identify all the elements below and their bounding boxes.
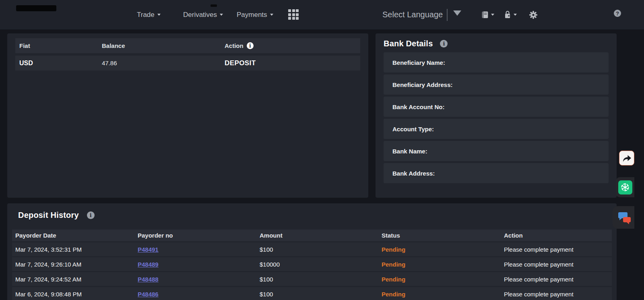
language-dropdown-icon[interactable] <box>453 10 461 16</box>
fiat-table-header: Fiat Balance Action i <box>15 38 360 53</box>
fiat-table: Fiat Balance Action i USD 47.86 DEPOSIT <box>15 38 360 70</box>
table-row: Mar 6, 2024, 9:08:48 PM P48486 $100 Pend… <box>12 287 612 300</box>
payorder-date: Mar 7, 2024, 3:52:31 PM <box>12 246 134 253</box>
lock-icon <box>503 10 512 20</box>
bank-field-account-type: Account Type: <box>384 119 609 139</box>
status-badge: Pending <box>378 276 501 283</box>
bank-field-bank-address: Bank Address: <box>384 163 609 183</box>
bank-details-panel: Bank Details i Beneficiary Name: Benefic… <box>376 33 617 198</box>
nav-payments[interactable]: Payments <box>237 0 273 29</box>
table-row: Mar 7, 2024, 3:52:31 PM P48491 $100 Pend… <box>12 242 612 256</box>
history-table-header: Payorder Date Payorder no Amount Status … <box>12 230 612 241</box>
col-amount: Amount <box>256 232 378 239</box>
gpt-extension-button[interactable] <box>616 177 634 197</box>
payorder-link[interactable]: P48489 <box>138 261 159 268</box>
bank-field-bank-name: Bank Name: <box>384 141 609 161</box>
deposit-history-table: Payorder Date Payorder no Amount Status … <box>12 230 612 300</box>
orders-menu[interactable] <box>481 0 494 29</box>
fiat-balance-value: 47.86 <box>102 60 117 66</box>
select-language-label: Select Language <box>382 10 443 19</box>
col-action: Action <box>501 232 612 239</box>
divider <box>447 9 448 21</box>
gpt-badge <box>618 180 632 194</box>
action-text: Please complete payment <box>501 276 612 283</box>
logo[interactable] <box>16 5 56 11</box>
chevron-down-icon <box>491 14 494 16</box>
action-text: Please complete payment <box>501 246 612 253</box>
nav-payments-label: Payments <box>237 11 267 19</box>
col-payorder-date: Payorder Date <box>12 232 134 239</box>
help-glyph: ? <box>616 10 619 17</box>
top-navbar: Trade Derivatives Payments Select Langua… <box>0 0 644 29</box>
deposit-history-panel: Deposit History i Payorder Date Payorder… <box>7 203 617 300</box>
chevron-down-icon <box>220 14 223 16</box>
col-balance: Balance <box>102 42 125 49</box>
bank-details-info-icon[interactable]: i <box>440 40 448 48</box>
payorder-link[interactable]: P48486 <box>138 291 159 298</box>
payorder-date: Mar 6, 2024, 9:08:48 PM <box>12 291 134 298</box>
chevron-down-icon <box>514 14 517 16</box>
amount: $100 <box>256 246 378 253</box>
payorder-link[interactable]: P48488 <box>138 276 159 283</box>
bank-details-title: Bank Details <box>384 39 433 48</box>
gear-icon <box>529 10 538 19</box>
action-info-icon[interactable]: i <box>247 42 254 49</box>
status-badge: Pending <box>378 246 501 253</box>
col-payorder-no: Payorder no <box>134 232 256 239</box>
settings-menu[interactable] <box>529 0 538 29</box>
amount: $100 <box>256 291 378 298</box>
share-extension-button[interactable] <box>619 151 634 166</box>
chat-extension-button[interactable] <box>613 206 634 229</box>
deposit-history-info-icon[interactable]: i <box>87 211 95 219</box>
share-arrow-icon <box>621 153 632 163</box>
bank-field-beneficiary-address: Beneficiary Address: <box>384 74 609 95</box>
bank-field-beneficiary-name: Beneficiary Name: <box>384 52 609 72</box>
bank-details-fields: Beneficiary Name: Beneficiary Address: B… <box>384 52 609 183</box>
nav-derivatives-label: Derivatives <box>183 11 217 19</box>
payorder-date: Mar 7, 2024, 9:24:52 AM <box>12 276 134 283</box>
table-row: Mar 7, 2024, 9:26:10 AM P48489 $10000 Pe… <box>12 257 612 271</box>
table-row: Mar 7, 2024, 9:24:52 AM P48488 $100 Pend… <box>12 272 612 286</box>
gpt-logo-icon <box>620 182 630 192</box>
amount: $100 <box>256 276 378 283</box>
bank-field-account-no: Bank Account No: <box>384 97 609 117</box>
chevron-down-icon <box>270 14 273 16</box>
action-text: Please complete payment <box>501 261 612 268</box>
fiat-currency: USD <box>19 60 33 67</box>
status-badge: Pending <box>378 291 501 298</box>
nav-derivatives[interactable]: Derivatives <box>183 0 223 29</box>
fiat-row-usd: USD 47.86 DEPOSIT <box>15 56 360 70</box>
deposit-history-title: Deposit History <box>18 211 79 220</box>
security-menu[interactable] <box>503 0 517 29</box>
chevron-down-icon <box>157 14 161 16</box>
chat-bubbles-icon <box>614 209 633 226</box>
apps-grid-icon[interactable] <box>288 9 299 20</box>
help-icon[interactable]: ? <box>614 10 621 17</box>
payorder-date: Mar 7, 2024, 9:26:10 AM <box>12 261 134 268</box>
language-selector[interactable]: Select Language <box>382 0 443 29</box>
deposit-button[interactable]: DEPOSIT <box>225 59 256 67</box>
nav-trade[interactable]: Trade <box>137 0 161 29</box>
col-fiat: Fiat <box>19 42 30 49</box>
action-text: Please complete payment <box>501 291 612 298</box>
book-icon <box>481 10 489 19</box>
amount: $10000 <box>256 261 378 268</box>
payorder-link[interactable]: P48491 <box>138 246 159 253</box>
col-action: Action <box>225 42 244 49</box>
nav-trade-label: Trade <box>137 11 155 19</box>
fiat-balance-panel: Fiat Balance Action i USD 47.86 DEPOSIT <box>7 33 368 198</box>
status-badge: Pending <box>378 261 501 268</box>
col-status: Status <box>378 232 501 239</box>
